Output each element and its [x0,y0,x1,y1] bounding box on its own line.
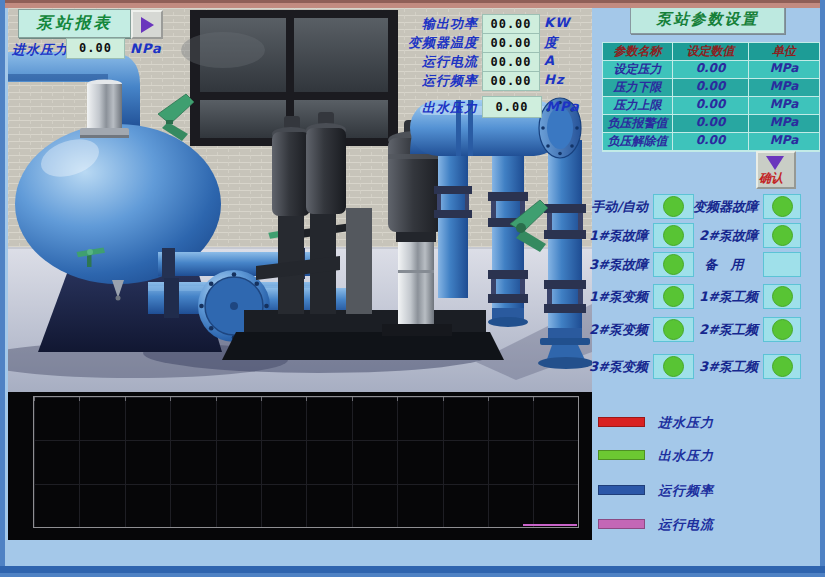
confirm-button[interactable]: 确认 [756,151,796,189]
indicator-label-vfd-fault: 变频器故障 [690,198,758,216]
status-lamp-icon [663,356,684,377]
param-unit: MPa [749,97,820,115]
param-name-pressure-high-limit: 压力上限 [603,97,673,115]
run-current-label: 运行电流 [390,53,478,71]
run-frequency-label: 运行频率 [390,72,478,90]
indicator-label-pump1-mains: 1#泵工频 [690,288,758,306]
pump-station-hmi-screen: 泵站报表 进水压力 0.00 NPa 输出功率 00.00 KW 变频器温度 0… [0,0,825,577]
output-power-value: 00.00 [482,14,540,34]
status-lamp-icon [772,225,793,246]
indicator-pump1-mains [763,284,801,309]
status-lamp-icon [663,319,684,340]
indicator-label-pump3-vfd: 3#泵变频 [586,358,648,376]
indicator-vfd-fault [763,194,801,219]
report-button[interactable]: 泵站报表 [18,9,131,38]
status-lamp-icon [772,196,793,217]
report-nav-button[interactable] [131,10,163,39]
status-lamp-icon [663,196,684,217]
output-power-unit: KW [544,15,570,30]
legend-swatch-run-current [598,519,645,529]
run-current-unit: A [544,53,555,68]
settings-panel-title: 泵站参数设置 [630,4,785,34]
inlet-pressure-value: 0.00 [66,38,125,59]
legend-label-inlet-pressure: 进水压力 [658,414,714,432]
triangle-right-icon [141,17,154,33]
indicator-pump3-fault [653,252,694,277]
legend-swatch-run-frequency [598,485,645,495]
param-unit: MPa [749,133,820,151]
param-unit: MPa [749,79,820,97]
indicator-pump1-fault [653,223,694,248]
indicator-pump2-vfd [653,317,694,342]
indicator-pump1-vfd [653,284,694,309]
inverter-temp-label: 变频器温度 [390,34,478,52]
param-unit: MPa [749,61,820,79]
table-header-param: 参数名称 [603,43,673,61]
param-unit: MPa [749,115,820,133]
indicator-label-pump3-fault: 3#泵故障 [586,256,648,274]
indicator-label-pump3-mains: 3#泵工频 [690,358,758,376]
indicator-label-pump2-mains: 2#泵工频 [690,321,758,339]
inverter-temp-value: 00.00 [482,33,540,53]
param-value-negative-pressure-release[interactable]: 0.00 [673,133,749,151]
param-name-negative-pressure-release: 负压解除值 [603,133,673,151]
indicator-label-pump1-vfd: 1#泵变频 [586,288,648,306]
output-power-label: 输出功率 [390,15,478,33]
indicator-manual-auto [653,194,694,219]
param-value-pressure-high-limit[interactable]: 0.00 [673,97,749,115]
status-lamp-icon [663,254,684,275]
status-lamp-icon [772,319,793,340]
indicator-spare [763,252,801,277]
indicator-pump2-fault [763,223,801,248]
legend-swatch-inlet-pressure [598,417,645,427]
legend-label-outlet-pressure: 出水压力 [658,447,714,465]
confirm-button-label: 确认 [759,170,783,187]
indicator-pump3-mains [763,354,801,379]
indicator-label-pump2-vfd: 2#泵变频 [586,321,648,339]
indicator-pump3-vfd [653,354,694,379]
outlet-pressure-unit: MPa [546,99,580,114]
run-current-trace [523,524,577,526]
outlet-pressure-label: 出水压力 [390,99,478,117]
trend-chart [8,392,592,540]
legend-swatch-outlet-pressure [598,450,645,460]
param-value-set-pressure[interactable]: 0.00 [673,61,749,79]
wall-trim-stripe [0,0,825,8]
outlet-pressure-value: 0.00 [482,96,542,118]
table-header-unit: 单位 [749,43,820,61]
status-lamp-icon [772,286,793,307]
inlet-pressure-unit: NPa [130,41,162,56]
triangle-down-icon [766,156,784,170]
inverter-temp-unit: 度 [544,34,558,52]
run-frequency-value: 00.00 [482,71,540,91]
param-name-pressure-low-limit: 压力下限 [603,79,673,97]
param-value-pressure-low-limit[interactable]: 0.00 [673,79,749,97]
indicator-label-pump2-fault: 2#泵故障 [690,227,758,245]
param-name-negative-pressure-alarm: 负压报警值 [603,115,673,133]
indicator-label-manual-auto: 手动/自动 [586,198,648,216]
indicator-pump2-mains [763,317,801,342]
inlet-pressure-label: 进水压力 [12,41,68,59]
legend-label-run-current: 运行电流 [658,516,714,534]
table-header-setvalue: 设定数值 [673,43,749,61]
param-value-negative-pressure-alarm[interactable]: 0.00 [673,115,749,133]
axis-ticks [34,397,578,401]
param-name-set-pressure: 设定压力 [603,61,673,79]
indicator-label-pump1-fault: 1#泵故障 [586,227,648,245]
run-current-value: 00.00 [482,52,540,72]
legend-label-run-frequency: 运行频率 [658,482,714,500]
trend-plot-area [33,396,579,528]
frame-bottom-band [0,566,825,573]
status-lamp-icon [663,225,684,246]
status-lamp-icon [772,356,793,377]
status-lamp-icon [663,286,684,307]
indicator-label-spare: 备 用 [690,256,758,274]
settings-table: 参数名称 设定数值 单位 设定压力 0.00 MPa 压力下限 0.00 MPa… [602,42,821,152]
run-frequency-unit: Hz [544,72,564,87]
